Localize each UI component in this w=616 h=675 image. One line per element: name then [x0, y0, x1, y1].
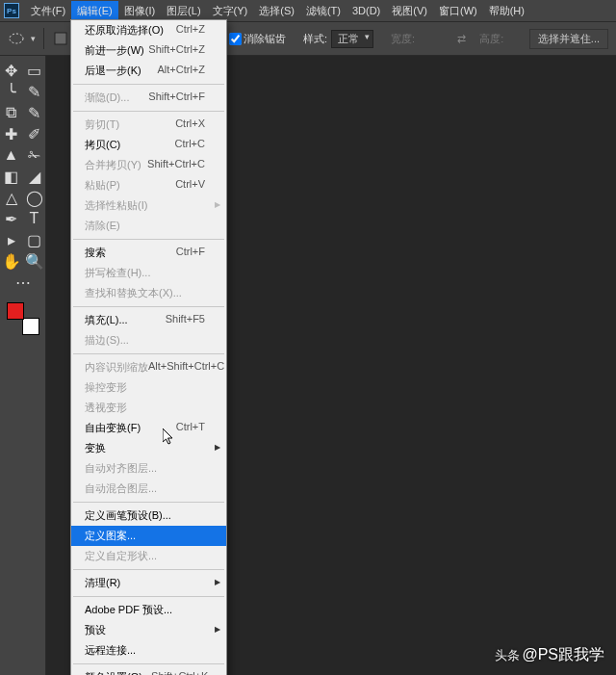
- menu-help[interactable]: 帮助(H): [483, 1, 530, 21]
- menu-item[interactable]: 变换: [71, 438, 226, 458]
- menu-item[interactable]: 颜色设置(G)...Shift+Ctrl+K: [71, 667, 226, 675]
- menu-item-shortcut: Ctrl+Z: [176, 23, 205, 38]
- menu-image[interactable]: 图像(I): [118, 1, 161, 21]
- zoom-tool-icon[interactable]: 🔍: [24, 251, 45, 271]
- menu-separator: [73, 306, 224, 307]
- antialias-checkbox[interactable]: [229, 33, 242, 45]
- menu-type[interactable]: 文字(Y): [207, 1, 254, 21]
- menu-item-label: 后退一步(K): [85, 64, 141, 78]
- menu-item: 定义自定形状...: [71, 546, 226, 566]
- menu-item: 渐隐(D)...Shift+Ctrl+F: [71, 88, 226, 108]
- menu-item-shortcut: Ctrl+V: [175, 178, 205, 193]
- brush-tool-icon[interactable]: ✐: [24, 124, 45, 143]
- menu-item-label: 描边(S)...: [85, 333, 129, 348]
- menu-item-label: 内容识别缩放: [85, 360, 148, 375]
- blur-tool-icon[interactable]: △: [1, 188, 22, 207]
- menu-3d[interactable]: 3D(D): [346, 2, 386, 19]
- menu-item: 自动混合图层...: [71, 479, 226, 499]
- shape-tool-icon[interactable]: ▢: [24, 230, 45, 249]
- menu-file[interactable]: 文件(F): [25, 1, 71, 21]
- menu-item-shortcut: Shift+Ctrl+F: [148, 91, 205, 105]
- menu-item: 合并拷贝(Y)Shift+Ctrl+C: [71, 155, 226, 175]
- menu-item-label: 自由变换(F): [85, 421, 141, 435]
- move-tool-icon[interactable]: ✥: [1, 61, 22, 80]
- menu-item[interactable]: 还原取消选择(O)Ctrl+Z: [71, 20, 226, 40]
- edit-toolbar-icon[interactable]: ⋯: [13, 273, 34, 292]
- menu-item[interactable]: 定义图案...: [71, 526, 226, 546]
- menu-view[interactable]: 视图(V): [386, 1, 433, 21]
- menu-item: 清除(E): [71, 216, 226, 236]
- style-dropdown[interactable]: 正常: [331, 30, 373, 48]
- menu-item[interactable]: 远程连接...: [71, 640, 226, 661]
- menu-item[interactable]: 自由变换(F)Ctrl+T: [71, 418, 226, 438]
- artboard-tool-icon[interactable]: ▭: [24, 61, 45, 80]
- menu-item[interactable]: 填充(L)...Shift+F5: [71, 310, 226, 330]
- menu-item[interactable]: 预设: [71, 620, 226, 640]
- menu-item: 选择性粘贴(I): [71, 195, 226, 216]
- menu-separator: [73, 84, 224, 85]
- menu-item-label: 拷贝(C): [85, 138, 120, 152]
- menu-item-label: 前进一步(W): [85, 43, 144, 58]
- menu-separator: [73, 353, 224, 354]
- menu-item-label: 自动对齐图层...: [85, 461, 157, 476]
- healing-tool-icon[interactable]: ✚: [1, 124, 22, 143]
- menu-item[interactable]: 后退一步(K)Alt+Ctrl+Z: [71, 61, 226, 81]
- new-selection-icon[interactable]: [52, 30, 69, 47]
- quick-select-tool-icon[interactable]: ✎: [24, 82, 45, 101]
- eyedropper-tool-icon[interactable]: ✎: [24, 103, 45, 122]
- color-swatches[interactable]: [7, 302, 39, 335]
- menu-item: 自动对齐图层...: [71, 458, 226, 479]
- menu-item-label: 清理(R): [85, 576, 120, 590]
- foreground-swatch[interactable]: [7, 302, 24, 320]
- menu-item-label: 清除(E): [85, 219, 120, 233]
- menu-item-label: 定义画笔预设(B)...: [85, 508, 171, 523]
- eraser-tool-icon[interactable]: ◧: [1, 167, 22, 186]
- menu-item[interactable]: 前进一步(W)Shift+Ctrl+Z: [71, 40, 226, 61]
- menu-item-label: 合并拷贝(Y): [85, 158, 141, 172]
- app-logo: Ps: [4, 3, 19, 18]
- menu-item-label: 查找和替换文本(X)...: [85, 286, 182, 300]
- menu-separator: [73, 569, 224, 570]
- svg-point-0: [10, 34, 23, 43]
- menu-separator: [73, 663, 224, 664]
- menu-item[interactable]: 搜索Ctrl+F: [71, 243, 226, 263]
- gradient-tool-icon[interactable]: ◢: [24, 167, 45, 186]
- menu-item[interactable]: 拷贝(C)Ctrl+C: [71, 135, 226, 155]
- lasso-tool-icon[interactable]: ╰: [1, 82, 22, 101]
- menu-item: 粘贴(P)Ctrl+V: [71, 175, 226, 195]
- style-label: 样式:: [303, 32, 327, 46]
- menu-item-label: 还原取消选择(O): [85, 23, 164, 38]
- menu-item-label: 操控变形: [85, 380, 127, 395]
- svg-rect-1: [55, 33, 66, 44]
- ellipse-marquee-icon[interactable]: [8, 30, 25, 47]
- menu-item-shortcut: Ctrl+T: [176, 421, 205, 435]
- menu-item-shortcut: Shift+Ctrl+K: [151, 670, 208, 675]
- menu-item-shortcut: Shift+F5: [166, 313, 205, 327]
- menu-item[interactable]: 定义画笔预设(B)...: [71, 506, 226, 526]
- path-select-tool-icon[interactable]: ▸: [1, 230, 22, 249]
- menu-item: 剪切(T)Ctrl+X: [71, 115, 226, 135]
- crop-tool-icon[interactable]: ⧉: [1, 103, 22, 122]
- menu-item-label: 预设: [85, 623, 106, 637]
- menu-item-label: 搜索: [85, 246, 106, 260]
- history-brush-tool-icon[interactable]: ✁: [24, 145, 45, 165]
- menu-edit[interactable]: 编辑(E): [71, 1, 118, 21]
- menu-item-label: 拼写检查(H)...: [85, 266, 150, 280]
- pen-tool-icon[interactable]: ✒: [1, 209, 22, 228]
- watermark-handle: @PS跟我学: [522, 646, 604, 662]
- menu-window[interactable]: 窗口(W): [433, 1, 483, 21]
- select-and-mask-button[interactable]: 选择并遮住...: [529, 29, 608, 49]
- menu-item-shortcut: Ctrl+X: [175, 117, 205, 132]
- menu-layer[interactable]: 图层(L): [161, 1, 206, 21]
- menu-select[interactable]: 选择(S): [253, 1, 300, 21]
- menu-separator: [73, 239, 224, 240]
- hand-tool-icon[interactable]: ✋: [1, 251, 22, 271]
- background-swatch[interactable]: [22, 318, 39, 335]
- stamp-tool-icon[interactable]: ▲: [1, 145, 22, 165]
- menu-filter[interactable]: 滤镜(T): [300, 1, 346, 21]
- menu-item-shortcut: Ctrl+C: [175, 138, 205, 152]
- dodge-tool-icon[interactable]: ◯: [24, 188, 45, 207]
- menu-item[interactable]: 清理(R): [71, 573, 226, 593]
- type-tool-icon[interactable]: T: [24, 209, 45, 228]
- menu-item[interactable]: Adobe PDF 预设...: [71, 600, 226, 620]
